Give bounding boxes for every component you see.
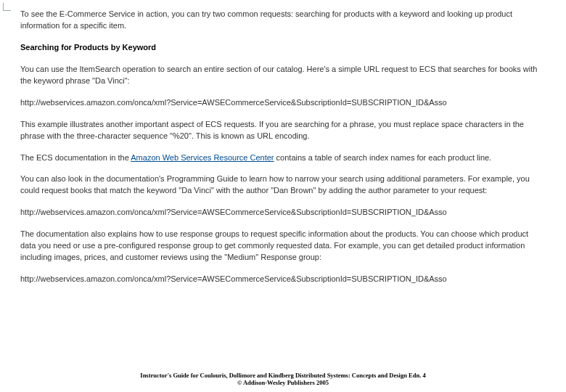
intro-paragraph: To see the E-Commerce Service in action,… bbox=[20, 9, 546, 32]
paragraph-1: You can use the ItemSearch operation to … bbox=[20, 64, 546, 87]
paragraph-3-pre: The ECS documentation in the bbox=[20, 153, 131, 162]
corner-mark bbox=[3, 3, 11, 11]
example-url-3: http://webservices.amazon.com/onca/xml?S… bbox=[20, 274, 546, 285]
paragraph-4: You can also look in the documentation's… bbox=[20, 173, 546, 197]
document-body: To see the E-Commerce Service in action,… bbox=[0, 0, 566, 285]
paragraph-3: The ECS documentation in the Amazon Web … bbox=[20, 152, 546, 164]
paragraph-3-post: contains a table of search index names f… bbox=[274, 153, 492, 162]
example-url-1: http://webservices.amazon.com/onca/xml?S… bbox=[20, 97, 546, 109]
section-heading: Searching for Products by Keyword bbox=[20, 42, 546, 54]
paragraph-2: This example illustrates another importa… bbox=[20, 119, 546, 142]
footer-line-1: Instructor's Guide for Coulouris, Dollim… bbox=[0, 372, 566, 379]
page-footer: Instructor's Guide for Coulouris, Dollim… bbox=[0, 372, 566, 386]
paragraph-5: The documentation also explains how to u… bbox=[20, 229, 546, 264]
example-url-2: http://webservices.amazon.com/onca/xml?S… bbox=[20, 207, 546, 219]
footer-line-2: © Addison-Wesley Publishers 2005 bbox=[0, 379, 566, 386]
aws-resource-center-link[interactable]: Amazon Web Services Resource Center bbox=[131, 153, 274, 162]
